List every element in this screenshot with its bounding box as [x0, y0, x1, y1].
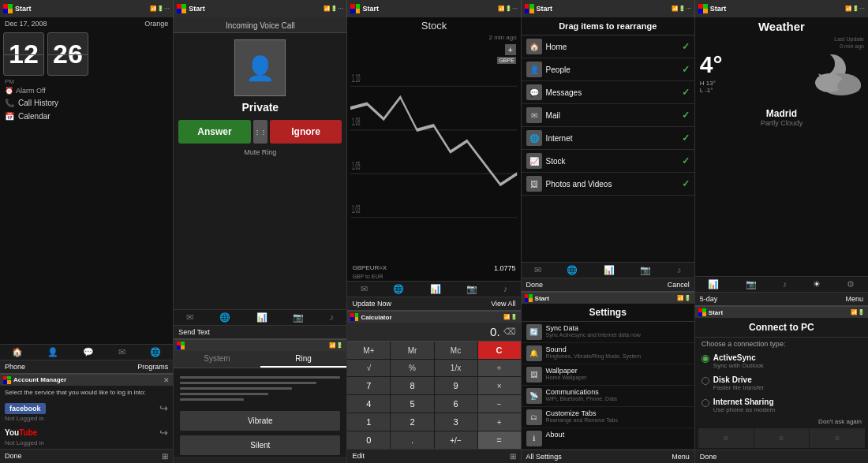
nav-chart5-icon[interactable]: 📊 [708, 279, 719, 289]
internetsharing-radio[interactable] [702, 399, 709, 407]
nav-cam4-icon[interactable]: 📷 [640, 265, 651, 275]
nav-web3-icon[interactable]: 🌐 [393, 284, 404, 294]
drag-item-home[interactable]: 🏠 Home ✓ [522, 35, 694, 58]
diskdrive-radio[interactable] [702, 377, 709, 385]
calc-M+[interactable]: M+ [347, 342, 390, 359]
calc-mul[interactable]: × [478, 377, 521, 394]
nav-music2-icon[interactable]: ♪ [330, 312, 335, 323]
nav-web2-icon[interactable]: 🌐 [219, 312, 230, 323]
internetsharing-option[interactable]: Internet Sharing Use phone as modem [695, 394, 868, 416]
calc-recip[interactable]: 1/x [435, 360, 477, 376]
nav-chart2-icon[interactable]: 📊 [256, 312, 268, 323]
taskbar-viewall[interactable]: View All [491, 300, 515, 308]
calc-add[interactable]: + [478, 413, 521, 431]
calendar-item[interactable]: 📅 Calendar [0, 110, 173, 123]
call-history-item[interactable]: 📞 Call History [0, 96, 173, 110]
taskbar-5day[interactable]: 5-day [700, 295, 718, 303]
calc-delete-icon[interactable]: ⌫ [503, 327, 516, 337]
settings-item-about[interactable]: ℹ About [522, 428, 694, 450]
acct-close-icon[interactable]: ✕ [163, 376, 170, 384]
nav-home-icon[interactable]: 🏠 [12, 347, 23, 357]
nav-web4-icon[interactable]: 🌐 [567, 265, 578, 275]
calc-7[interactable]: 7 [347, 377, 390, 394]
youtube-button[interactable]: YouTube [5, 428, 37, 437]
drag-item-people[interactable]: 👤 People ✓ [522, 58, 694, 81]
calc-dot[interactable]: . [391, 431, 433, 449]
nav-mail4-icon[interactable]: ✉ [534, 265, 541, 275]
nav-mail2-icon[interactable]: ✉ [186, 312, 193, 323]
ring-tab[interactable]: Ring [260, 351, 347, 368]
drag-item-photos[interactable]: 🖼 Photos and Videos ✓ [522, 173, 694, 196]
nav-gear5-icon[interactable]: ⚙ [847, 279, 855, 289]
taskbar-programs[interactable]: Programs [137, 363, 168, 371]
drag-item-messages[interactable]: 💬 Messages ✓ [522, 81, 694, 104]
calc-plusminus[interactable]: +/− [435, 431, 477, 449]
taskbar-sendtext[interactable]: Send Text [178, 328, 210, 336]
drag-item-mail[interactable]: ✉ Mail ✓ [522, 104, 694, 127]
nav-chart3-icon[interactable]: 📊 [430, 284, 441, 294]
system-tab[interactable]: System [174, 351, 260, 368]
calc-percent[interactable]: % [391, 360, 433, 376]
nav-mail-icon[interactable]: ✉ [118, 347, 125, 357]
settings-item-wallpaper[interactable]: 🖼 WallpaperHome Wallpaper [522, 364, 694, 386]
calc-sqrt[interactable]: √ [347, 360, 390, 376]
youtube-login-icon[interactable]: ↪ [159, 427, 168, 439]
taskbar-grid-acct[interactable]: ⊞ [162, 452, 168, 461]
taskbar-edit[interactable]: Edit [352, 452, 365, 461]
taskbar-updatenow[interactable]: Update Now [352, 300, 391, 308]
nav-msg-icon[interactable]: 💬 [83, 347, 94, 357]
nav-music3-icon[interactable]: ♪ [503, 284, 508, 294]
activesync-radio[interactable] [702, 355, 709, 363]
settings-item-comm[interactable]: 📡 CommunicationsWiFi, Bluetooth, Phone, … [522, 386, 694, 407]
calc-5[interactable]: 5 [391, 395, 433, 413]
calc-2[interactable]: 2 [391, 413, 433, 431]
nav-chart4-icon[interactable]: 📊 [604, 265, 615, 275]
mute-ring-label[interactable]: Mute Ring [174, 148, 346, 156]
taskbar-menu-5[interactable]: Menu [846, 295, 864, 303]
facebook-button[interactable]: facebook [5, 403, 46, 414]
nav-cam5-icon[interactable]: 📷 [746, 279, 757, 289]
nav-cam3-icon[interactable]: 📷 [466, 284, 477, 294]
settings-item-sync[interactable]: 🔄 Sync DataSync Activesync and Internet … [522, 322, 694, 343]
taskbar-done-4[interactable]: Done [526, 281, 544, 289]
calc-8[interactable]: 8 [391, 377, 433, 394]
nav-cam2-icon[interactable]: 📷 [293, 312, 304, 323]
nav-mail3-icon[interactable]: ✉ [361, 284, 368, 294]
nav-people-icon[interactable]: 👤 [47, 347, 58, 357]
taskbar-allsettings[interactable]: All Settings [526, 453, 562, 461]
activesync-option[interactable]: ActiveSync Sync with Outlook [695, 350, 868, 372]
dont-ask-label[interactable]: Don't ask again [695, 416, 868, 427]
taskbar-grid-calc[interactable]: ⊞ [510, 452, 516, 461]
diskdrive-option[interactable]: Disk Drive Faster file transfer [695, 372, 868, 394]
nav-web-icon[interactable]: 🌐 [150, 347, 161, 357]
stock-add-button[interactable]: + [505, 44, 516, 55]
calc-3[interactable]: 3 [435, 413, 477, 431]
ignore-button[interactable]: Ignore [270, 120, 342, 144]
settings-item-tabs[interactable]: 🗂 Customize TabsRearrange and Remove Tab… [522, 407, 694, 428]
calc-C[interactable]: C [478, 342, 521, 359]
calc-div[interactable]: ÷ [478, 360, 521, 376]
calc-4[interactable]: 4 [347, 395, 390, 413]
drag-item-internet[interactable]: 🌐 Internet ✓ [522, 127, 694, 150]
drag-item-stock[interactable]: 📈 Stock ✓ [522, 150, 694, 173]
calc-Mr[interactable]: Mr [391, 342, 433, 359]
calc-Mc[interactable]: Mc [435, 342, 477, 359]
settings-item-sound[interactable]: 🔔 SoundRingtones, Vibrate/Ring Mode, Sys… [522, 343, 694, 364]
silent-button[interactable]: Silent [180, 435, 340, 455]
calc-6[interactable]: 6 [435, 395, 477, 413]
vibrate-button[interactable]: Vibrate [180, 411, 340, 431]
calc-9[interactable]: 9 [435, 377, 477, 394]
taskbar-done-acct[interactable]: Done [5, 452, 22, 461]
nav-sun5-icon[interactable]: ☀ [813, 279, 821, 289]
nav-music4-icon[interactable]: ♪ [677, 265, 682, 275]
dots-button[interactable]: ⋮⋮ [253, 120, 268, 144]
calc-sub[interactable]: − [478, 395, 521, 413]
taskbar-cancel-4[interactable]: Cancel [668, 281, 690, 289]
calc-0[interactable]: 0 [347, 431, 390, 449]
answer-button[interactable]: Answer [178, 120, 251, 144]
calc-eq[interactable]: = [478, 431, 521, 449]
calc-1[interactable]: 1 [347, 413, 390, 431]
taskbar-done-connect[interactable]: Done [700, 453, 717, 461]
taskbar-menu-settings[interactable]: Menu [672, 453, 690, 461]
facebook-login-icon[interactable]: ↪ [159, 402, 168, 414]
